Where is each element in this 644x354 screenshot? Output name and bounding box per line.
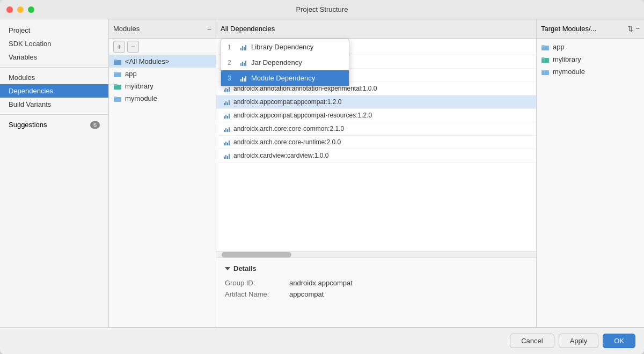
target-panel-title: Target Modules/... [541,25,596,33]
dropdown-library-dep-label: Library Dependency [251,43,313,51]
library-dep-icon [239,43,247,51]
dep-num-3: 3 [228,75,235,82]
target-adjust-icon[interactable]: ⇅ [627,25,633,33]
dep-item-6[interactable]: androidx.arch.core:core-common:2.1.0 [216,122,536,136]
dep-item-4-text: androidx.appcompat:appcompat:1.2.0 [233,98,341,106]
module-item-mylibrary[interactable]: mylibrary [109,80,216,92]
modules-add-button[interactable]: + [113,41,125,53]
dep-bar-icon-4 [223,98,230,106]
maximize-button[interactable] [28,6,34,13]
close-button[interactable] [6,6,13,13]
target-minus-icon[interactable]: − [635,25,640,33]
details-header: Details [225,264,528,272]
target-app-folder-icon [541,43,550,51]
target-item-mylibrary[interactable]: mylibrary [537,53,644,65]
module-item-mymodule[interactable]: mymodule [109,92,216,105]
sidebar-divider [0,67,108,68]
dep-item-8-text: androidx.cardview:cardview:1.0.0 [233,152,328,159]
module-dep-icon [239,75,247,82]
minimize-button[interactable] [17,6,24,13]
modules-panel: Modules − + − <All Modules> [109,19,216,327]
svg-rect-11 [541,57,545,59]
sidebar-item-build-variants[interactable]: Build Variants [0,98,108,111]
sidebar-item-sdk-location[interactable]: SDK Location [0,37,108,50]
window-title: Project Structure [296,5,348,13]
titlebar: Project Structure [0,0,644,19]
bar-chart-icon [240,44,246,50]
target-item-mymodule-label: mymodule [553,68,585,76]
details-artifact-row: Artifact Name: appcompat [225,290,528,298]
dropdown-module-dep[interactable]: 3 Module Dependency [221,70,349,86]
svg-rect-5 [114,84,117,86]
deps-header: All Dependencies [216,19,536,39]
dep-item-8[interactable]: androidx.cardview:cardview:1.0.0 [216,149,536,163]
details-section: Details Group ID: androidx.appcompat Art… [216,257,536,327]
modules-minus-icon: − [207,25,211,33]
details-group-id-label: Group ID: [225,279,289,287]
dep-item-7[interactable]: androidx.arch.core:core-runtime:2.0.0 [216,136,536,149]
sidebar-item-dependencies[interactable]: Dependencies [0,84,108,98]
target-panel-controls: ⇅ − [627,25,640,33]
deps-panel-title: All Dependencies [221,25,275,33]
dep-item-5-text: androidx.appcompat:appcompat-resources:1… [233,112,372,119]
target-panel-header: Target Modules/... ⇅ − [537,19,644,39]
mylibrary-folder-icon [113,83,122,90]
modules-panel-title: Modules [113,25,140,33]
module-item-app[interactable]: app [109,68,216,80]
dep-bar-icon-5 [223,112,230,119]
module-item-app-label: app [125,70,137,78]
cancel-button[interactable]: Cancel [510,334,554,348]
sidebar-item-variables[interactable]: Variables [0,50,108,64]
dep-item-4[interactable]: androidx.appcompat:appcompat:1.2.0 [216,95,536,109]
bottom-bar: Cancel Apply OK [0,327,644,354]
details-artifact-value: appcompat [289,290,324,298]
svg-rect-13 [541,70,545,71]
dep-bar-icon-6 [223,125,230,132]
dropdown-jar-dep-label: Jar Dependency [251,58,302,67]
jar-dep-icon [239,59,247,67]
sidebar-item-suggestions[interactable]: Suggestions 6 [0,118,108,131]
target-item-mylibrary-label: mylibrary [553,55,581,63]
svg-rect-1 [114,60,117,61]
dep-item-5[interactable]: androidx.appcompat:appcompat-resources:1… [216,109,536,122]
svg-rect-3 [114,72,117,73]
module-item-mymodule-label: mymodule [125,94,157,102]
details-triangle-icon[interactable] [225,267,230,270]
target-item-app-label: app [553,43,565,51]
sidebar: Project SDK Location Variables Modules D… [0,19,109,327]
dropdown-library-dep[interactable]: 1 Library Dependency [221,39,349,55]
target-item-mymodule[interactable]: mymodule [537,65,644,78]
dep-item-6-text: androidx.arch.core:core-common:2.1.0 [233,125,344,132]
dep-num-1: 1 [228,43,235,51]
details-title: Details [233,264,257,272]
modules-remove-button[interactable]: − [127,41,139,53]
sidebar-nav: Project SDK Location Variables Modules D… [0,19,108,136]
target-list: app mylibrary mymodule [537,39,644,327]
bar-chart-icon-2 [240,60,246,66]
module-list: <All Modules> app mylibrary [109,55,216,327]
details-artifact-label: Artifact Name: [225,290,289,298]
sidebar-item-project[interactable]: Project [0,24,108,37]
ok-button[interactable]: OK [603,334,635,348]
all-modules-folder-icon [113,58,122,65]
target-mymodule-folder-icon [541,68,550,76]
mymodule-folder-icon [113,95,122,102]
deps-scrollbar[interactable] [216,251,536,257]
dropdown-jar-dep[interactable]: 2 Jar Dependency [221,55,349,70]
deps-scrollbar-thumb[interactable] [222,252,291,257]
suggestions-label: Suggestions [9,121,47,129]
sidebar-item-modules[interactable]: Modules [0,71,108,84]
apply-button[interactable]: Apply [559,334,599,348]
dep-bar-icon-7 [223,138,230,146]
app-folder-icon [113,70,122,78]
bar-chart-icon-3 [240,75,246,82]
target-item-app[interactable]: app [537,41,644,53]
sidebar-divider-2 [0,114,108,115]
suggestions-badge: 6 [90,121,100,129]
svg-rect-9 [541,45,545,47]
module-item-mylibrary-label: mylibrary [125,82,153,90]
window-controls [6,6,34,13]
deps-panel: All Dependencies + ⇅ ⇆ 1 [216,19,537,327]
dep-bar-icon-8 [223,152,230,159]
module-item-all-modules[interactable]: <All Modules> [109,55,216,68]
